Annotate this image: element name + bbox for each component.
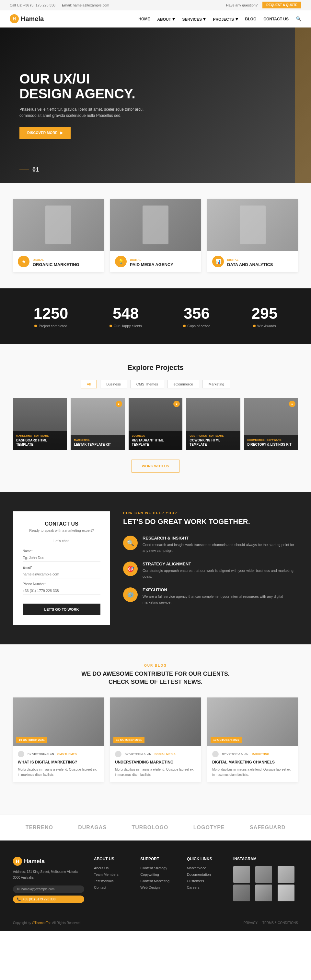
phone-icon: 📞 — [17, 897, 21, 901]
topbar-email: Email: hamela@example.com — [62, 3, 109, 7]
instagram-thumb-4[interactable] — [233, 885, 250, 901]
execution-icon: ⚙️ — [123, 587, 138, 602]
footer-brand-col: H Hamela Address: 121 King Street, Melbo… — [13, 857, 84, 903]
instagram-thumb-1[interactable] — [233, 866, 250, 883]
filter-cms[interactable]: CMS Themes — [130, 380, 164, 388]
filter-all[interactable]: All — [81, 380, 97, 388]
blog-date-1: 10 OCTOBER 2021 — [16, 737, 47, 743]
blog-card-2[interactable]: 10 OCTOBER 2021 BY VICTORIA ALAN SOCIAL … — [110, 697, 201, 782]
footer-link-webdesign[interactable]: Web Design — [140, 886, 177, 889]
logo[interactable]: H Hamela — [10, 14, 44, 23]
footer-about-links: About Us Team Members Testimonials Conta… — [94, 866, 131, 889]
project-card-4[interactable]: CMS THEMES · SOFTWARE COWORKING HTML TEM… — [186, 398, 240, 450]
filter-marketing[interactable]: Marketing — [203, 380, 230, 388]
hero-section: OUR UX/UI DESIGN AGENCY. Phasellus vel e… — [0, 27, 311, 183]
blog-author-1: BY VICTORIA ALAN — [27, 752, 54, 756]
contact-subtitle: Ready to speak with a marketing expert? — [23, 528, 100, 532]
services-section: ★ DIGITAL ORGANIC MARKETING 💡 DIGITAL PA… — [0, 183, 311, 288]
footer-logo: H Hamela — [13, 857, 84, 866]
footer-privacy-link[interactable]: PRIVACY — [244, 921, 258, 925]
service-icon-1: ★ — [18, 256, 29, 267]
service-figure-2 — [142, 205, 169, 244]
nav-item-services[interactable]: SERVICES ▾ — [182, 16, 206, 22]
nav-item-contact[interactable]: CONTACT US — [263, 16, 289, 22]
blog-image-3: 10 OCTOBER 2021 — [207, 697, 298, 746]
blog-avatar-2 — [115, 751, 121, 757]
project-card-1[interactable]: MARKETING · SOFTWARE DASHBOARD HTML TEMP… — [13, 398, 67, 450]
blog-title-3: DIGITAL MARKETING CHANNELS — [212, 760, 293, 764]
search-icon[interactable]: 🔍 — [296, 16, 301, 21]
footer-link-testimonials[interactable]: Testimonials — [94, 879, 131, 883]
blog-title-1: WHAT IS DIGITAL MARKETING? — [18, 760, 99, 764]
nav-item-projects[interactable]: PROJECTS ▾ — [213, 16, 238, 22]
blog-excerpt-2: Morbi dapibus in mauris a eleifend. Quis… — [115, 767, 196, 777]
blog-section: OUR BLOG WE DO AWESOME CONTRIBUTE FOR OU… — [0, 644, 311, 815]
blog-card-3[interactable]: 10 OCTOBER 2021 BY VICTORIA ALAN MARKETI… — [207, 697, 298, 782]
topbar-question-link[interactable]: Have any question? — [226, 3, 258, 7]
footer-copyright-link[interactable]: ©ThemesTat — [32, 921, 51, 925]
email-input[interactable] — [23, 570, 100, 578]
stat-dot-3 — [183, 325, 186, 327]
blog-title-2: UNDERSTANDING MARKETING — [115, 760, 196, 764]
phone-input[interactable] — [23, 587, 100, 595]
brand-5: SAFEGUARD — [250, 825, 285, 830]
stat-dot-1 — [34, 325, 37, 327]
blog-category-2: SOCIAL MEDIA — [155, 752, 175, 756]
blog-avatar-1 — [18, 751, 24, 757]
footer-bottom: Copyright by ©ThemesTat. All Rights Rese… — [13, 916, 298, 925]
stats-section: 1250 Project completed 548 Our Happy cli… — [0, 288, 311, 344]
help-item-2: 🎯 STRATEGY ALIGNMENT Our strategic appro… — [123, 562, 298, 579]
footer-link-careers[interactable]: Careers — [187, 886, 223, 889]
blog-body-2: BY VICTORIA ALAN SOCIAL MEDIA UNDERSTAND… — [110, 746, 201, 782]
footer-link-customers[interactable]: Customers — [187, 879, 223, 883]
footer-link-about[interactable]: About Us — [94, 866, 131, 870]
instagram-thumb-6[interactable] — [278, 885, 295, 901]
hero-accent-bar — [295, 27, 311, 183]
footer-email: ✉ hamela@example.com — [13, 886, 84, 893]
blog-category-1: CMS THEMES — [57, 752, 77, 756]
footer-link-copywriting[interactable]: Copywriting — [140, 873, 177, 877]
filter-ecommerce[interactable]: eCommerce — [167, 380, 199, 388]
request-quote-button[interactable]: REQUEST A QUOTE — [262, 2, 301, 8]
footer-link-content[interactable]: Content Marketing — [140, 879, 177, 883]
instagram-thumb-5[interactable] — [255, 885, 272, 901]
blog-date-3: 10 OCTOBER 2021 — [211, 737, 242, 743]
nav-item-blog[interactable]: BLOG — [245, 16, 257, 22]
footer-copyright: Copyright by ©ThemesTat. All Rights Rese… — [13, 921, 81, 925]
nav-item-home[interactable]: HOME — [138, 16, 150, 22]
research-icon: 🔍 — [123, 536, 138, 550]
stat-awards: 295 Win Awards — [251, 305, 277, 328]
project-card-5[interactable]: ★ ECOMMERCE · SOFTWARE DIRECTORY & LISTI… — [244, 398, 298, 450]
discover-more-button[interactable]: DISCOVER MORE ▶ — [19, 127, 71, 139]
instagram-thumb-3[interactable] — [278, 866, 295, 883]
help-item-1: 🔍 RESEARCH & INSIGHT Good research and i… — [123, 536, 298, 554]
work-with-us-button[interactable]: WORK WITH US — [132, 460, 179, 473]
project-card-2[interactable]: ★ MARKETING LEETAK TEMPLATE KIT — [71, 398, 124, 450]
blog-title: WE DO AWESOME CONTRIBUTE FOR OUR CLIENTS… — [13, 670, 298, 686]
services-grid: ★ DIGITAL ORGANIC MARKETING 💡 DIGITAL PA… — [13, 199, 298, 272]
blog-body-3: BY VICTORIA ALAN MARKETING DIGITAL MARKE… — [207, 746, 298, 782]
footer-terms-link[interactable]: TERMS & CONDITIONS — [262, 921, 298, 925]
filter-business[interactable]: Business — [100, 380, 127, 388]
name-input[interactable] — [23, 554, 100, 562]
footer-link-contact[interactable]: Contact — [94, 886, 131, 889]
nav-item-about[interactable]: ABOUT ▾ — [157, 16, 175, 22]
topbar-right: Have any question? REQUEST A QUOTE — [226, 2, 301, 8]
footer-link-marketplace[interactable]: Marketplace — [187, 866, 223, 870]
footer-link-docs[interactable]: Documentation — [187, 873, 223, 877]
footer-link-team[interactable]: Team Members — [94, 873, 131, 877]
blog-card-1[interactable]: 10 OCTOBER 2021 BY VICTORIA ALAN CMS THE… — [13, 697, 104, 782]
help-section: HOW CAN WE HELP YOU? LET'S DO GREAT WORK… — [123, 511, 298, 614]
blog-image-1: 10 OCTOBER 2021 — [13, 697, 104, 746]
footer-logo-icon: H — [13, 857, 22, 866]
footer-link-strategy[interactable]: Content Strategy — [140, 866, 177, 870]
email-icon: ✉ — [17, 888, 19, 891]
project-badge-5: ★ — [289, 401, 295, 407]
stat-dot-4 — [253, 325, 255, 327]
contact-submit-button[interactable]: LET'S GO TO WORK — [23, 604, 100, 615]
footer-instagram-grid — [233, 866, 298, 901]
project-card-3[interactable]: ★ BUSINESS RESTAURANT HTML TEMPLATE — [129, 398, 182, 450]
project-badge-2: ★ — [116, 401, 122, 407]
footer-phone: 📞 +36 (01) 5179 228 338 — [13, 896, 84, 903]
instagram-thumb-2[interactable] — [255, 866, 272, 883]
